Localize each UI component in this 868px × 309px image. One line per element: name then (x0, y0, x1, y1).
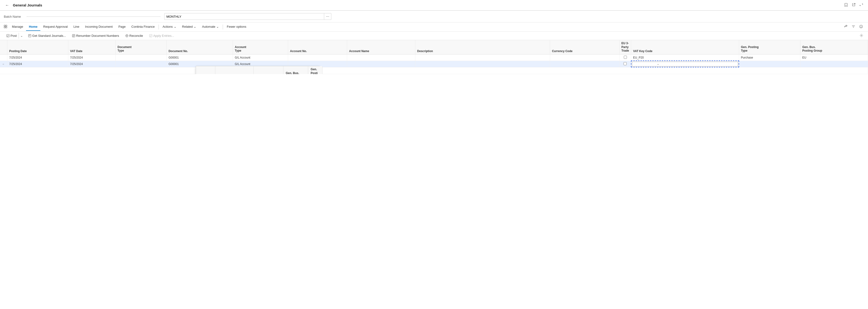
batch-dotted-line (27, 17, 160, 17)
dropdown-table: Code ↑ Description Gen. Posting Type Gen… (196, 66, 322, 74)
th-account-type[interactable]: AccountType (233, 40, 288, 54)
open-new-window-button[interactable] (851, 2, 857, 9)
toolbar-settings-button[interactable] (859, 33, 864, 39)
cell-account-name-2[interactable] (347, 61, 415, 67)
dropdown-th-gen-prod-posting-group[interactable]: Gen.PostiGrou (308, 66, 322, 74)
tab-request-approval[interactable]: Request Approval (40, 23, 71, 31)
share-button[interactable] (843, 24, 849, 30)
tab-manage[interactable]: Manage (9, 23, 26, 31)
post-dropdown-arrow[interactable]: ⌄ (19, 33, 25, 39)
tab-continia-finance[interactable]: Continia Finance (128, 23, 158, 31)
table-row[interactable]: 7/25/2024 7/25/2024 G00001 G/L Account E… (0, 54, 868, 61)
dropdown-header-row: Code ↑ Description Gen. Posting Type Gen… (196, 66, 322, 74)
cell-currency-code-1[interactable] (550, 54, 619, 61)
journal-table: Posting Date VAT Date DocumentType Docum… (0, 40, 868, 74)
svg-rect-1 (6, 25, 7, 26)
row-indicator-2: → (0, 61, 7, 67)
svg-rect-0 (4, 25, 5, 26)
apply-entries-icon (149, 34, 152, 37)
cell-account-name-1[interactable] (347, 54, 415, 61)
reconcile-button[interactable]: Reconcile (123, 33, 146, 39)
info-button[interactable] (858, 24, 864, 30)
bookmark-button[interactable] (843, 2, 849, 9)
cell-gen-bus-posting-group-1[interactable]: EU (800, 54, 868, 61)
top-header: ← General Journals (0, 0, 868, 10)
cell-gen-posting-type-1[interactable]: Purchase (739, 54, 800, 61)
back-button[interactable]: ← (4, 2, 10, 9)
renumber-document-numbers-button[interactable]: Renumber Document Numbers (69, 33, 122, 39)
actions-chevron-icon: ⌄ (174, 25, 177, 28)
cell-gen-bus-posting-group-2[interactable] (800, 61, 868, 67)
batch-name-input[interactable] (164, 14, 324, 19)
cell-account-type-1[interactable]: G/L Account (233, 54, 288, 61)
nav-grid-icon (4, 25, 7, 29)
page-title: General Journals (13, 3, 42, 7)
tab-actions[interactable]: Actions ⌄ (160, 23, 179, 31)
batch-more-button[interactable]: ··· (324, 13, 331, 20)
th-vat-key-code[interactable]: VAT Key Code (631, 40, 739, 54)
post-button[interactable]: Post (4, 33, 18, 39)
tab-incoming-document[interactable]: Incoming Document (82, 23, 116, 31)
vat-key-code-input[interactable] (632, 62, 656, 66)
th-document-type[interactable]: DocumentType (116, 40, 167, 54)
table-row[interactable] (0, 67, 868, 74)
svg-rect-9 (150, 34, 152, 37)
cell-vat-date-2[interactable]: 7/25/2024 (68, 61, 116, 67)
cell-document-no-1[interactable]: G00001 (166, 54, 233, 61)
th-account-name[interactable]: Account Name (347, 40, 415, 54)
tab-home[interactable]: Home (26, 23, 40, 31)
apply-entries-button[interactable]: Apply Entries... (147, 33, 177, 39)
th-description[interactable]: Description (415, 40, 550, 54)
svg-point-10 (861, 35, 862, 36)
cell-eu-3party-2[interactable] (619, 61, 631, 67)
cell-document-type-1[interactable] (116, 54, 167, 61)
th-posting-date[interactable]: Posting Date (7, 40, 68, 54)
cell-gen-posting-type-2[interactable] (739, 61, 800, 67)
th-currency-code[interactable]: Currency Code (550, 40, 619, 54)
batch-value-field[interactable]: ··· (164, 13, 331, 20)
cell-posting-date-2[interactable]: 7/25/2024 (7, 61, 68, 67)
cell-vat-date-1[interactable]: 7/25/2024 (68, 54, 116, 61)
tab-automate[interactable]: Automate ⌄ (199, 23, 222, 31)
renumber-icon (72, 34, 75, 37)
dropdown-th-gen-bus-posting-group[interactable]: Gen. Bus.Posting Group (283, 66, 308, 74)
cell-account-no-1[interactable] (288, 54, 347, 61)
table-row[interactable]: → 7/25/2024 7/25/2024 G00001 G/L Account (0, 61, 868, 67)
tab-related[interactable]: Related ⌄ (179, 23, 199, 31)
reconcile-icon (125, 34, 128, 37)
header-actions (843, 2, 864, 9)
th-gen-posting-type[interactable]: Gen. PostingType (739, 40, 800, 54)
cell-posting-date-1[interactable]: 7/25/2024 (7, 54, 68, 61)
batch-name-row: Batch Name ··· (0, 11, 868, 23)
th-account-no[interactable]: Account No. (288, 40, 347, 54)
th-document-no[interactable]: Document No. (166, 40, 233, 54)
cell-eu-3party-1[interactable] (619, 54, 631, 61)
nav-separator-1 (158, 25, 159, 29)
dropdown-th-code[interactable]: Code ↑ (196, 66, 215, 74)
eu-3party-checkbox-1[interactable] (624, 56, 627, 59)
th-vat-date[interactable]: VAT Date (68, 40, 116, 54)
vat-key-code-input-wrap[interactable]: ⌄ (632, 62, 738, 66)
post-icon (6, 34, 9, 37)
get-standard-journals-button[interactable]: Get Standard Journals... (26, 33, 68, 39)
vat-key-code-chevron[interactable]: ⌄ (656, 62, 660, 66)
toolbar-right (859, 33, 864, 39)
tab-fewer-options[interactable]: Fewer options (224, 23, 249, 31)
filter-button[interactable] (850, 24, 857, 30)
th-eu-3party[interactable]: EU 3-PartyTrade (619, 40, 631, 54)
cell-document-type-2[interactable] (116, 61, 167, 67)
dropdown-th-gen-posting-type[interactable]: Gen. Posting Type (253, 66, 283, 74)
cell-currency-code-2[interactable] (550, 61, 619, 67)
get-standard-icon (28, 34, 31, 37)
th-indicator (0, 40, 7, 54)
collapse-button[interactable] (859, 2, 864, 9)
th-gen-bus-posting-group[interactable]: Gen. Bus.Posting Group (800, 40, 868, 54)
eu-3party-checkbox-2[interactable] (624, 62, 627, 65)
cell-description-2[interactable] (415, 61, 550, 67)
tab-line[interactable]: Line (71, 23, 82, 31)
dropdown-th-description[interactable]: Description (215, 66, 253, 74)
cell-description-1[interactable] (415, 54, 550, 61)
cell-vat-key-code-1[interactable]: EU_P20 (631, 54, 739, 61)
cell-vat-key-code-2[interactable]: ⌄ (631, 61, 739, 67)
tab-page[interactable]: Page (116, 23, 128, 31)
